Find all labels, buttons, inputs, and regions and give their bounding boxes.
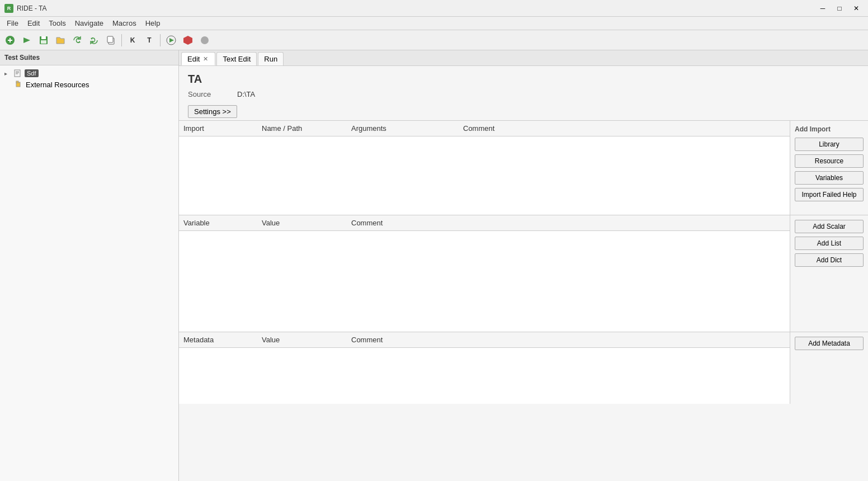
svg-point-11: [201, 36, 209, 44]
svg-marker-6: [91, 38, 93, 40]
maximize-button[interactable]: □: [832, 3, 847, 14]
new-button[interactable]: [2, 32, 18, 48]
import-table-body: [179, 136, 790, 215]
suite-source: Source D:\TA: [188, 90, 859, 98]
variable-table: Variable Value Comment: [179, 215, 790, 332]
variable-table-body: [179, 231, 790, 332]
toolbar-sep2: [160, 34, 161, 46]
add-scalar-button[interactable]: Add Scalar: [795, 220, 864, 233]
title-bar-controls: ─ □ ✕: [815, 3, 864, 14]
external-resources-icon: [16, 80, 23, 89]
menu-bar: File Edit Tools Navigate Macros Help: [0, 17, 868, 30]
sidebar-header: Test Suites: [0, 50, 178, 65]
save-button[interactable]: [36, 32, 51, 48]
minimize-button[interactable]: ─: [815, 3, 830, 14]
metadata-col-comment: Comment: [351, 336, 785, 344]
edit-panel: TA Source D:\TA Settings >> Import Name …: [179, 66, 868, 481]
menu-macros[interactable]: Macros: [108, 18, 141, 29]
svg-rect-8: [107, 36, 113, 43]
import-section: Import Name / Path Arguments Comment Add…: [179, 120, 868, 215]
stop-button[interactable]: [180, 32, 196, 48]
add-dict-button[interactable]: Add Dict: [795, 253, 864, 267]
sdf-label: Sdf: [25, 69, 39, 77]
menu-navigate[interactable]: Navigate: [70, 18, 108, 29]
tab-edit[interactable]: Edit ✕: [181, 52, 215, 65]
sidebar-tree: ▸ Sdf Extern: [0, 65, 178, 93]
import-actions: Add Import Library Resource Variables Im…: [790, 121, 868, 215]
svg-marker-10: [169, 38, 174, 43]
refresh2-button[interactable]: [86, 32, 102, 48]
library-button[interactable]: Library: [795, 138, 864, 151]
source-value: D:\TA: [237, 90, 255, 98]
svg-rect-4: [41, 40, 46, 44]
main-layout: Test Suites ▸ Sdf: [0, 50, 868, 481]
title-bar-left: R RIDE - TA: [4, 4, 47, 13]
undo-button[interactable]: K: [125, 32, 140, 48]
import-table-header: Import Name / Path Arguments Comment: [179, 121, 790, 136]
tab-run[interactable]: Run: [258, 52, 284, 65]
import-failed-help-button[interactable]: Import Failed Help: [795, 188, 864, 201]
variables-button[interactable]: Variables: [795, 171, 864, 185]
tab-edit-label: Edit: [187, 55, 200, 63]
tab-edit-close[interactable]: ✕: [202, 55, 209, 63]
metadata-col-value: Value: [262, 336, 351, 344]
menu-help[interactable]: Help: [141, 18, 165, 29]
tree-item-sdf[interactable]: ▸ Sdf: [2, 68, 176, 79]
open-file-button[interactable]: [53, 32, 68, 48]
metadata-section: Metadata Value Comment Add Metadata: [179, 332, 868, 404]
content-area: Edit ✕ Text Edit Run TA Source D:\TA: [179, 50, 868, 481]
open-button[interactable]: [19, 32, 35, 48]
import-col-arguments: Arguments: [351, 124, 463, 133]
title-bar: R RIDE - TA ─ □ ✕: [0, 0, 868, 17]
suite-info: TA Source D:\TA: [179, 66, 868, 103]
add-list-button[interactable]: Add List: [795, 237, 864, 250]
import-col-name-path: Name / Path: [262, 124, 351, 133]
run-button[interactable]: [163, 32, 179, 48]
external-resources-label: External Resources: [26, 81, 89, 89]
add-import-label: Add Import: [795, 125, 864, 133]
menu-edit[interactable]: Edit: [23, 18, 44, 29]
svg-rect-3: [41, 36, 46, 39]
settings-button[interactable]: Settings >>: [188, 105, 237, 118]
close-button[interactable]: ✕: [849, 3, 864, 14]
metadata-actions: Add Metadata: [790, 332, 868, 404]
tree-item-external-resources[interactable]: External Resources: [2, 79, 176, 91]
tab-text-edit-label: Text Edit: [223, 55, 251, 63]
svg-rect-12: [15, 70, 20, 77]
variable-actions: Add Scalar Add List Add Dict: [790, 215, 868, 332]
redo-button[interactable]: T: [141, 32, 157, 48]
variable-col-comment: Comment: [351, 219, 785, 227]
tabs: Edit ✕ Text Edit Run: [179, 50, 868, 66]
file-icon: [13, 69, 22, 78]
variable-col-variable: Variable: [183, 219, 262, 227]
metadata-table: Metadata Value Comment: [179, 332, 790, 404]
svg-marker-1: [23, 37, 30, 43]
app-icon: R: [4, 4, 13, 13]
circle-button[interactable]: [197, 32, 213, 48]
menu-tools[interactable]: Tools: [44, 18, 70, 29]
metadata-col-metadata: Metadata: [183, 336, 262, 344]
svg-rect-17: [16, 81, 18, 83]
toolbar: K T: [0, 30, 868, 50]
sidebar: Test Suites ▸ Sdf: [0, 50, 179, 481]
tab-text-edit[interactable]: Text Edit: [216, 52, 257, 65]
resource-button[interactable]: Resource: [795, 154, 864, 168]
menu-file[interactable]: File: [2, 18, 23, 29]
add-metadata-button[interactable]: Add Metadata: [795, 337, 864, 350]
variable-table-header: Variable Value Comment: [179, 215, 790, 231]
refresh-button[interactable]: [69, 32, 85, 48]
suite-name: TA: [188, 73, 859, 86]
metadata-table-header: Metadata Value Comment: [179, 332, 790, 348]
copy-button[interactable]: [103, 32, 119, 48]
variable-col-value: Value: [262, 219, 351, 227]
toolbar-sep1: [121, 34, 122, 46]
svg-marker-5: [78, 41, 81, 43]
source-label: Source: [188, 90, 233, 98]
tree-expand-icon: ▸: [4, 70, 11, 77]
import-table: Import Name / Path Arguments Comment: [179, 121, 790, 215]
metadata-table-body: [179, 348, 790, 404]
tab-run-label: Run: [264, 55, 277, 63]
import-col-comment: Comment: [463, 124, 785, 133]
variable-section: Variable Value Comment Add Scalar Add Li…: [179, 215, 868, 332]
title-bar-title: RIDE - TA: [17, 4, 47, 12]
